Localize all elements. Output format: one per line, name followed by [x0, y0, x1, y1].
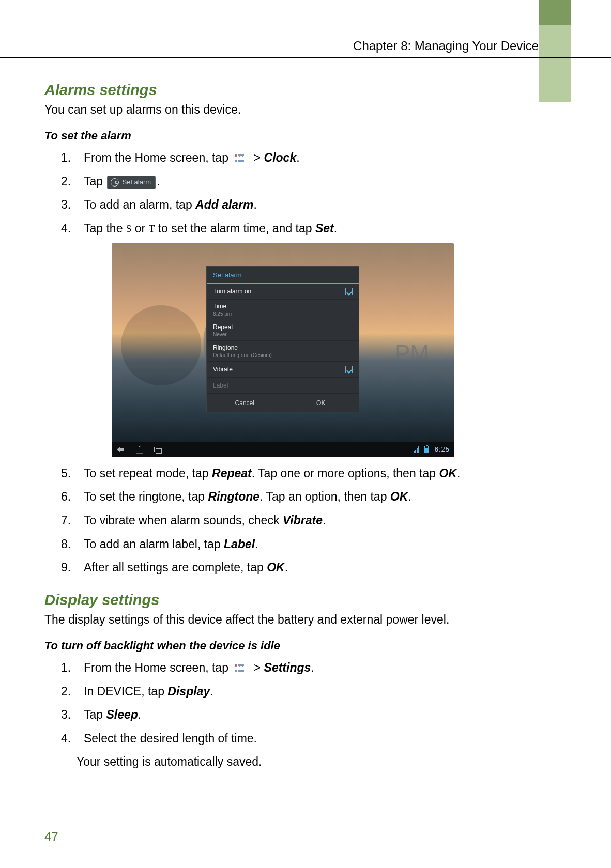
- step-text: To add an alarm label, tap: [84, 537, 224, 551]
- down-symbol: T: [149, 221, 155, 236]
- step-bold: Clock: [264, 151, 297, 164]
- step-bold: Label: [224, 537, 255, 551]
- apps-grid-icon: [234, 152, 248, 164]
- step-text: to set the alarm time, and tap: [155, 222, 315, 235]
- step-bold: Ringtone: [208, 490, 259, 503]
- step-text: From the Home screen, tap: [84, 151, 232, 164]
- step-text: >: [254, 661, 264, 674]
- checkbox-icon[interactable]: [345, 366, 353, 373]
- row-label: Vibrate: [213, 366, 233, 373]
- step-bold: OK: [267, 561, 285, 574]
- step-num: 7.: [61, 512, 84, 530]
- step-3: 3. To add an alarm, tap Add alarm.: [44, 196, 533, 214]
- step-bold: Settings: [264, 661, 311, 674]
- dialog-title: Set alarm: [207, 267, 359, 284]
- row-label: Repeat: [213, 323, 233, 331]
- row-label: Ringtone: [213, 344, 238, 351]
- step-text: or: [131, 222, 148, 235]
- margin-tab-side: [539, 25, 571, 102]
- display-steps: 1. From the Home screen, tap > Settings.…: [44, 659, 533, 748]
- step-8: 8. To add an alarm label, tap Label.: [44, 535, 533, 554]
- alarms-steps-bottom: 5. To set repeat mode, tap Repeat. Tap o…: [44, 464, 533, 577]
- row-repeat[interactable]: Repeat Never: [207, 320, 359, 341]
- chapter-header: Chapter 8: Managing Your Device: [44, 39, 539, 57]
- display-intro: The display settings of this device affe…: [44, 612, 533, 628]
- step-suf: .: [311, 661, 314, 674]
- set-alarm-button-image: Set alarm: [107, 176, 156, 189]
- cancel-button[interactable]: Cancel: [207, 394, 283, 412]
- step-text: Select the desired length of time.: [84, 732, 257, 745]
- status-time: 6:25: [435, 445, 450, 453]
- android-screenshot: 6:25 PM Set alarm Turn alarm on Time 6:2…: [112, 243, 454, 457]
- dstep-3: 3. Tap Sleep.: [44, 706, 533, 724]
- step-suf: .: [334, 222, 337, 235]
- step-text: Tap the: [84, 222, 126, 235]
- subheading-backlight: To turn off backlight when the device is…: [44, 639, 533, 653]
- apps-grid-icon: [234, 662, 248, 674]
- step-bold: OK: [439, 467, 457, 480]
- step-4: 4. Tap the S or T to set the alarm time,…: [44, 220, 533, 238]
- background-pm: PM: [395, 340, 429, 366]
- section-title-alarms: Alarms settings: [44, 82, 533, 99]
- recent-apps-icon[interactable]: [153, 446, 162, 453]
- step-num: 1.: [61, 659, 84, 677]
- row-sublabel: Default ringtone (Cesium): [213, 352, 272, 358]
- clock-icon: [111, 178, 119, 187]
- step-9: 9. After all settings are complete, tap …: [44, 559, 533, 577]
- step-num: 6.: [61, 488, 84, 506]
- set-alarm-dialog: Set alarm Turn alarm on Time 6:25 pm Rep…: [206, 266, 359, 412]
- step-text: Tap: [84, 708, 106, 721]
- step-bold: OK: [390, 490, 408, 503]
- dstep-4: 4. Select the desired length of time.: [44, 730, 533, 748]
- step-6: 6. To set the ringtone, tap Ringtone. Ta…: [44, 488, 533, 506]
- step-num: 4.: [61, 220, 84, 238]
- step-text: . Tap one or more options, then tap: [252, 467, 439, 480]
- row-vibrate[interactable]: Vibrate: [207, 362, 359, 378]
- step-1: 1. From the Home screen, tap > Clock.: [44, 149, 533, 167]
- step-suf: .: [457, 467, 460, 480]
- step-num: 2.: [61, 173, 84, 191]
- step-text: To set repeat mode, tap: [84, 467, 212, 480]
- step-bold: Display: [167, 685, 210, 698]
- alarms-intro: You can set up alarms on this device.: [44, 102, 533, 118]
- step-num: 5.: [61, 464, 84, 483]
- row-label-field[interactable]: Label: [207, 378, 359, 394]
- row-sublabel: Never: [213, 332, 227, 337]
- step-text: From the Home screen, tap: [84, 661, 232, 674]
- step-suf: .: [210, 685, 213, 698]
- dstep-2: 2. In DEVICE, tap Display.: [44, 683, 533, 701]
- step-bold: Repeat: [212, 467, 252, 480]
- step-bold: Add alarm: [195, 198, 253, 211]
- step-num: 1.: [61, 149, 84, 167]
- subheading-set-alarm: To set the alarm: [44, 129, 533, 143]
- step-bold: Vibrate: [283, 514, 323, 527]
- step-text: After all settings are complete, tap: [84, 561, 267, 574]
- step-text: . Tap an option, then tap: [259, 490, 390, 503]
- step-2: 2. Tap Set alarm .: [44, 173, 533, 191]
- page-number: 47: [44, 830, 58, 844]
- row-label: Label: [213, 382, 228, 389]
- step-suf: .: [255, 537, 258, 551]
- step-bold: Set: [315, 222, 334, 235]
- row-label: Time: [213, 303, 226, 310]
- ok-button[interactable]: OK: [283, 394, 359, 412]
- row-time[interactable]: Time 6:25 pm: [207, 300, 359, 320]
- step-num: 4.: [61, 730, 84, 748]
- back-icon[interactable]: [116, 446, 125, 453]
- step-text: To set the ringtone, tap: [84, 490, 208, 503]
- step-num: 3.: [61, 196, 84, 214]
- header-rule: [0, 57, 611, 58]
- dstep-1: 1. From the Home screen, tap > Settings.: [44, 659, 533, 677]
- step-bold: Sleep: [106, 708, 138, 721]
- checkbox-icon[interactable]: [345, 288, 353, 295]
- step-text: In DEVICE, tap: [84, 685, 167, 698]
- row-ringtone[interactable]: Ringtone Default ringtone (Cesium): [207, 341, 359, 362]
- step-suf: .: [285, 561, 288, 574]
- row-sublabel: 6:25 pm: [213, 311, 232, 317]
- row-turn-alarm-on[interactable]: Turn alarm on: [207, 284, 359, 300]
- step-text: To add an alarm, tap: [84, 198, 195, 211]
- step-suf: .: [138, 708, 141, 721]
- step-7: 7. To vibrate when alarm sounds, check V…: [44, 512, 533, 530]
- clock-face-icon: [121, 305, 201, 385]
- home-icon[interactable]: [134, 446, 144, 453]
